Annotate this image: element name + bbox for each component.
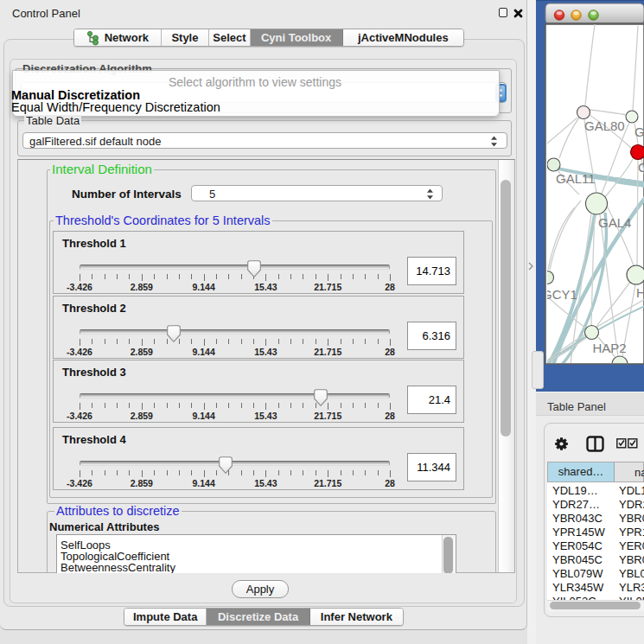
svg-text:GAL80: GAL80 [584,118,625,133]
svg-text:C: C [638,160,644,175]
svg-text:GAL11: GAL11 [556,171,596,186]
svg-text:GAL4: GAL4 [598,215,631,230]
svg-text:H: H [636,285,644,300]
svg-text:HAP2: HAP2 [593,341,627,355]
svg-text:GAL: GAL [634,124,644,139]
svg-text:GCY1: GCY1 [542,287,577,302]
